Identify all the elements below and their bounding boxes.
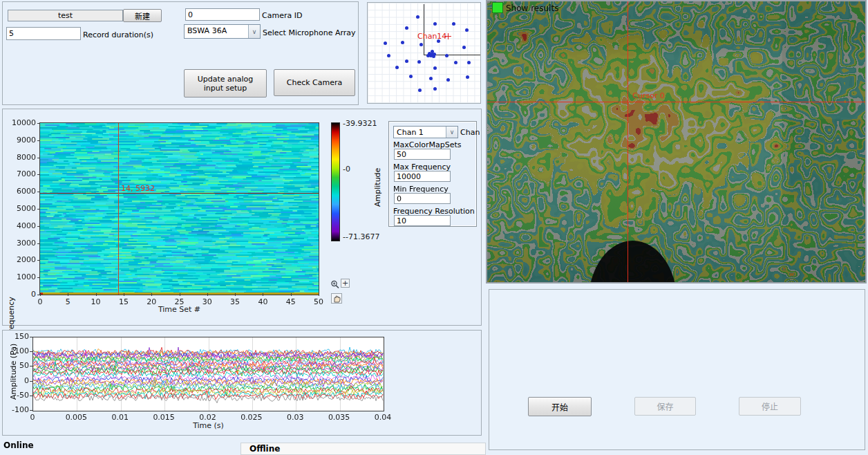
mic-dot — [452, 22, 455, 26]
spectrogram-xtick: 0 — [30, 297, 50, 306]
new-project-button[interactable]: 新建 — [123, 9, 162, 22]
waveform-plot[interactable] — [32, 337, 384, 411]
spectrogram-xtick: 5 — [57, 297, 78, 306]
min-frequency-input[interactable] — [394, 193, 451, 204]
waveform-ytick: 100 — [7, 346, 29, 355]
tick-mark — [30, 410, 32, 411]
waveform-xtick: 0.01 — [105, 413, 135, 422]
pan-tool-button[interactable] — [331, 293, 342, 304]
magnifier-plus-icon — [330, 280, 339, 289]
mic-dot — [417, 60, 421, 64]
tick-mark — [124, 293, 124, 296]
tick-mark — [30, 337, 32, 337]
spectrogram-xtick: 30 — [197, 297, 218, 306]
pan-hand-icon — [332, 295, 341, 303]
waveform-xtick: 0.04 — [368, 413, 398, 422]
tick-mark — [37, 243, 40, 244]
spectrogram-plot[interactable]: 14, 5932 — [39, 122, 319, 295]
zoom-tool-button[interactable] — [330, 279, 340, 289]
spectrogram-xtick: 10 — [86, 297, 106, 306]
mic-dot — [429, 77, 433, 80]
tick-mark — [235, 293, 236, 296]
mic-dot — [433, 22, 437, 26]
spectrogram-ytick: 9000 — [11, 136, 36, 145]
spectrogram-ytick: 10000 — [11, 118, 36, 127]
show-results-checkbox[interactable] — [492, 2, 503, 13]
tick-mark — [37, 140, 40, 141]
mic-dot — [426, 54, 430, 57]
tick-mark — [180, 293, 180, 296]
mic-dot — [419, 43, 423, 46]
tick-mark — [68, 293, 68, 296]
spectrogram-ytick: 4000 — [11, 221, 36, 230]
tick-mark — [319, 293, 319, 296]
tick-mark — [30, 366, 32, 366]
spectrogram-cursor-readout: 14, 5932 — [121, 184, 155, 193]
tick-mark — [30, 351, 32, 352]
camera-cursor-label: Cursor 0 — [632, 91, 665, 100]
colorbar-min-label: --71.3677 — [343, 232, 379, 241]
channel-dropdown-label: Chan — [460, 128, 480, 137]
record-duration-input[interactable] — [6, 27, 81, 40]
channel-dropdown-value: Chan 1 — [394, 127, 446, 138]
tick-mark — [30, 396, 32, 396]
mic-array-plot: Chan14 — [367, 2, 481, 104]
mic-array-dropdown-value: BSWA 36A — [185, 25, 248, 38]
spectrogram-canvas[interactable] — [40, 123, 319, 295]
channel-dropdown[interactable]: Chan 1 ∨ — [393, 126, 458, 138]
show-results-label: Show results — [506, 3, 558, 13]
spectrogram-xtick: 35 — [225, 297, 245, 306]
colorbar-mid-label: -0 — [343, 165, 350, 174]
tick-mark — [40, 293, 41, 296]
spectrogram-ytick: 2000 — [11, 255, 36, 264]
spectrogram-ytick: 7000 — [11, 169, 36, 178]
mic-dot — [416, 15, 419, 19]
tick-mark — [37, 174, 40, 175]
tick-mark — [207, 293, 208, 296]
run-control-panel: 开始 保存 停止 — [489, 289, 865, 450]
update-analog-input-button[interactable]: Update analog input setup — [184, 69, 267, 98]
mic-dot — [454, 61, 457, 64]
mic-array-dropdown[interactable]: BSWA 36A ∨ — [184, 24, 261, 39]
waveform-xtick: 0 — [17, 413, 48, 422]
camera-result-view[interactable]: Cursor 0 Show results — [486, 0, 867, 284]
spectrogram-panel: 14, 5932 Frequency Time Set # -39.9321 -… — [2, 109, 482, 326]
project-name-input[interactable] — [8, 10, 123, 21]
frequency-resolution-input[interactable] — [394, 215, 451, 226]
cursor-tool-button[interactable]: + — [341, 279, 350, 288]
start-button[interactable]: 开始 — [528, 397, 592, 416]
max-frequency-input[interactable] — [394, 171, 451, 182]
mic-dot — [445, 54, 449, 57]
max-colormap-sets-input[interactable] — [394, 149, 451, 160]
online-status-label: Online — [3, 440, 34, 450]
stop-button[interactable]: 停止 — [739, 397, 801, 416]
camera-id-label: Camera ID — [262, 11, 302, 20]
acoustic-camera-app: 新建 Record duration(s) Camera ID BSWA 36A… — [0, 0, 868, 455]
chan14-cursor-label: Chan14 — [417, 32, 446, 41]
tick-mark — [263, 293, 263, 296]
mic-dot — [446, 78, 450, 82]
waveform-xtick: 0.03 — [280, 413, 310, 422]
waveform-ytick: -50 — [7, 391, 29, 400]
check-camera-button[interactable]: Check Camera — [274, 69, 355, 96]
colorbar-max-label: -39.9321 — [343, 119, 377, 128]
spectrogram-xtick: 50 — [308, 297, 329, 306]
tick-mark — [96, 293, 97, 296]
camera-id-input[interactable] — [185, 8, 260, 21]
chevron-down-icon[interactable]: ∨ — [446, 127, 457, 138]
tick-mark — [37, 158, 40, 158]
chevron-down-icon[interactable]: ∨ — [248, 25, 260, 38]
mic-dot — [466, 75, 469, 79]
colorbar-title: Amplitude — [373, 163, 382, 212]
tick-mark — [37, 260, 40, 261]
mic-dot — [387, 54, 390, 57]
waveform-xtick: 0.025 — [236, 413, 267, 422]
setup-panel: 新建 Record duration(s) Camera ID BSWA 36A… — [2, 1, 359, 105]
waveform-canvas[interactable] — [33, 337, 384, 411]
spectrogram-xtick: 20 — [141, 297, 162, 306]
offline-status-label: Offline — [249, 444, 280, 454]
camera-heatmap-canvas[interactable] — [487, 1, 865, 282]
save-button[interactable]: 保存 — [634, 397, 696, 416]
mic-dot — [384, 41, 387, 45]
waveform-ytick: 150 — [7, 332, 29, 341]
